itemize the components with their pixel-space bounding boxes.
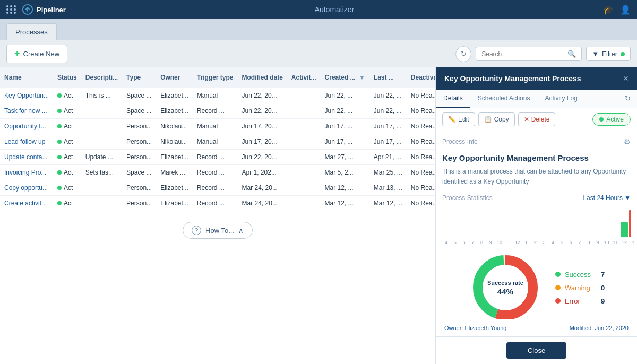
col-activity[interactable]: Activit...	[287, 67, 321, 88]
col-modified[interactable]: Modified date	[238, 67, 287, 88]
side-panel-close-icon[interactable]: ×	[623, 74, 629, 83]
cell-status: Act	[53, 180, 81, 196]
side-panel: Key Opportunity Management Process × Det…	[435, 67, 637, 364]
table-row[interactable]: Opportunity f... Act Person... Nikolau..…	[0, 119, 435, 134]
table-row[interactable]: Invoicing Pro... Act Sets tas... Space .…	[0, 165, 435, 180]
create-label: Create New	[23, 50, 60, 58]
how-to-button[interactable]: ? How To... ∧	[183, 222, 253, 239]
chevron-up-icon: ∧	[238, 227, 244, 235]
tab-bar: Processes	[0, 19, 637, 40]
cell-desc: Update ...	[81, 150, 122, 165]
cell-last: Jun 22, ...	[369, 103, 407, 119]
legend-error: Error 9	[555, 297, 605, 305]
gear-icon[interactable]: ⚙	[624, 137, 631, 146]
bar-label: 5	[558, 240, 566, 245]
top-nav: Pipeliner Automatizer 🎓 👤	[0, 0, 637, 19]
table-row[interactable]: Key Opportun... Act This is ... Space ..…	[0, 88, 435, 103]
bar-label: 3	[540, 240, 548, 245]
app-grid-icon[interactable]	[6, 5, 16, 14]
tab-activity-log[interactable]: Activity Log	[537, 90, 584, 108]
search-box: 🔍	[476, 47, 582, 61]
table-row[interactable]: Task for new ... Act Space ... Elizabet.…	[0, 103, 435, 119]
donut-rate-label: Success rate	[487, 280, 523, 287]
warning-value: 0	[601, 284, 605, 292]
cell-owner: Nikolau...	[156, 119, 193, 134]
processes-tab[interactable]: Processes	[6, 23, 57, 40]
bar-label: 7	[576, 240, 584, 245]
refresh-button[interactable]: ↻	[455, 46, 471, 62]
donut-percent: 44%	[487, 287, 523, 296]
delete-label: Delete	[531, 116, 550, 123]
col-owner[interactable]: Owner	[156, 67, 193, 88]
col-trigger[interactable]: Trigger type	[193, 67, 238, 88]
table-row[interactable]: Lead follow up Act Person... Nikolau... …	[0, 134, 435, 150]
bar-label: 11	[504, 240, 512, 245]
cell-name: Opportunity f...	[0, 119, 53, 134]
success-label: Success	[565, 271, 597, 279]
cell-created: Mar 27, ...	[321, 150, 369, 165]
tab-details[interactable]: Details	[436, 90, 470, 108]
table-row[interactable]: Copy opportu... Act Person... Elizabet..…	[0, 180, 435, 196]
donut-chart: Success rate 44%	[468, 250, 543, 319]
cell-owner: Elizabet...	[156, 103, 193, 119]
edit-button[interactable]: ✏️ Edit	[442, 112, 475, 126]
panel-actions: ✏️ Edit 📋 Copy ✕ Delete Active	[436, 108, 637, 131]
cell-status: Act	[53, 103, 81, 119]
cell-deactivated: No Rea...	[407, 103, 435, 119]
cell-name: Task for new ...	[0, 103, 53, 119]
legend-success: Success 7	[555, 271, 605, 279]
stats-range-selector[interactable]: Last 24 Hours ▼	[583, 194, 631, 202]
cell-type: Person...	[122, 180, 156, 196]
cell-deactivated: No Rea...	[407, 119, 435, 134]
cell-owner: Elizabet...	[156, 196, 193, 211]
tab-scheduled-actions[interactable]: Scheduled Actions	[470, 90, 538, 108]
processes-table: Name Status Descripti... Type Owner Trig…	[0, 67, 435, 211]
cell-status: Act	[53, 150, 81, 165]
col-type[interactable]: Type	[122, 67, 156, 88]
cell-desc	[81, 134, 122, 150]
bar-label: 5	[451, 240, 459, 245]
close-bottom-button[interactable]: Close	[506, 342, 566, 359]
cell-type: Space ...	[122, 88, 156, 103]
bar-label: 9	[487, 240, 495, 245]
delete-button[interactable]: ✕ Delete	[518, 112, 556, 126]
bar-label: 1	[629, 240, 637, 245]
cell-modified: Mar 24, 20...	[238, 180, 287, 196]
cell-deactivated: No Rea...	[407, 180, 435, 196]
table-row[interactable]: Update conta... Act Update ... Person...…	[0, 150, 435, 165]
filter-label: Filter	[602, 50, 617, 58]
filter-active-dot	[621, 52, 625, 56]
panel-footer: Owner: Elizabeth Young Modified: Jun 22,…	[436, 319, 637, 336]
bar	[621, 222, 629, 237]
col-deactivated[interactable]: Deactivat...	[407, 67, 435, 88]
help-icon[interactable]: 🎓	[603, 5, 614, 15]
col-created[interactable]: Created ... ▼	[321, 67, 369, 88]
cell-deactivated: No Rea...	[407, 134, 435, 150]
col-name[interactable]: Name	[0, 67, 53, 88]
cell-created: Jun 17, ...	[321, 119, 369, 134]
bar-label: 8	[585, 240, 593, 245]
create-new-button[interactable]: + Create New	[6, 45, 67, 63]
bar-label: 9	[593, 240, 601, 245]
cell-type: Person...	[122, 119, 156, 134]
toolbar: + Create New ↻ 🔍 ▼ Filter	[0, 40, 637, 67]
cell-activity	[287, 165, 321, 180]
table-row[interactable]: Create activit... Act Person... Elizabet…	[0, 196, 435, 211]
cell-status: Act	[53, 119, 81, 134]
app-name: Pipeliner	[37, 6, 66, 14]
search-input[interactable]	[481, 50, 564, 58]
cell-trigger: Record ...	[193, 180, 238, 196]
col-last[interactable]: Last ...	[369, 67, 407, 88]
cell-desc	[81, 180, 122, 196]
col-desc[interactable]: Descripti...	[81, 67, 122, 88]
user-icon[interactable]: 👤	[620, 5, 631, 15]
cell-status: Act	[53, 134, 81, 150]
bar-chart	[442, 207, 631, 239]
cell-modified: Jun 17, 20...	[238, 119, 287, 134]
copy-icon: 📋	[484, 116, 492, 123]
panel-refresh-button[interactable]: ↻	[618, 90, 637, 108]
copy-button[interactable]: 📋 Copy	[478, 112, 515, 126]
col-status[interactable]: Status	[53, 67, 81, 88]
filter-button[interactable]: ▼ Filter	[586, 47, 631, 61]
processes-table-wrap: Name Status Descripti... Type Owner Trig…	[0, 67, 435, 364]
